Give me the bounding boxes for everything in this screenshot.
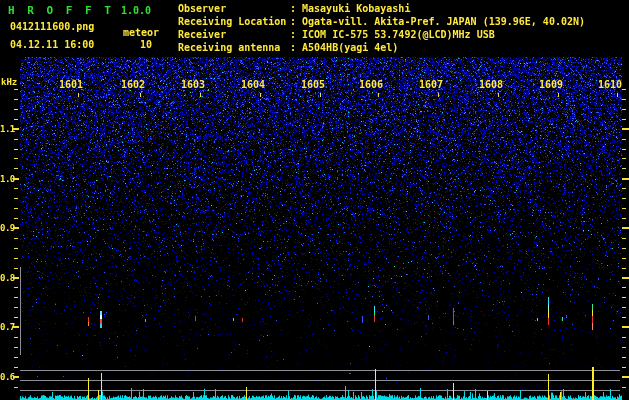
mode-label: meteor [123, 27, 159, 38]
time-tick-label: 1605 [301, 79, 325, 90]
freq-tick-label: 1.1 [0, 124, 16, 134]
info-value: : Masayuki Kobayashi [290, 3, 410, 14]
info-label: Receiving Location [178, 16, 290, 27]
time-tick-label: 1608 [479, 79, 503, 90]
hrofft-screen: H R O F F T 1.0.0 0412111600.png meteor … [0, 0, 629, 400]
info-row: Observer: Masayuki Kobayashi [178, 3, 585, 16]
filename: 0412111600.png [10, 21, 94, 32]
info-row: Receiver: ICOM IC-575 53.7492(@LCD)MHz U… [178, 29, 585, 42]
freq-tick-label: 0.6 [0, 372, 16, 382]
freq-tick-label: 1.0 [0, 174, 16, 184]
time-tick-label: 1606 [359, 79, 383, 90]
datetime: 04.12.11 16:00 [10, 39, 94, 50]
info-row: Receiving Location: Ogata-vill. Akita-Pr… [178, 16, 585, 29]
info-row: Receiving antenna: A504HB(yagi 4el) [178, 42, 585, 55]
app-title: H R O F F T [8, 4, 114, 17]
info-label: Receiver [178, 29, 290, 40]
info-value: : A504HB(yagi 4el) [290, 42, 398, 53]
time-tick-label: 1604 [241, 79, 265, 90]
time-tick-label: 1602 [121, 79, 145, 90]
app-version: 1.0.0 [121, 5, 151, 16]
time-tick-label: 1607 [419, 79, 443, 90]
info-value: : Ogata-vill. Akita-Pref. JAPAN (139.96E… [290, 16, 585, 27]
freq-tick-label: 0.9 [0, 223, 16, 233]
freq-tick-label: 0.7 [0, 322, 16, 332]
time-tick-label: 1601 [59, 79, 83, 90]
spectrogram-canvas [0, 0, 629, 400]
time-tick-label: 1603 [181, 79, 205, 90]
info-value: : ICOM IC-575 53.7492(@LCD)MHz USB [290, 29, 495, 40]
freq-tick-label: 0.8 [0, 273, 16, 283]
info-block: Observer: Masayuki KobayashiReceiving Lo… [178, 3, 585, 55]
time-tick-label: 1609 [539, 79, 563, 90]
freq-unit-label: kHz [1, 77, 17, 87]
meteor-count: 10 [140, 39, 152, 50]
info-label: Receiving antenna [178, 42, 290, 53]
info-label: Observer [178, 3, 290, 14]
time-tick-label: 1610 [598, 79, 622, 90]
